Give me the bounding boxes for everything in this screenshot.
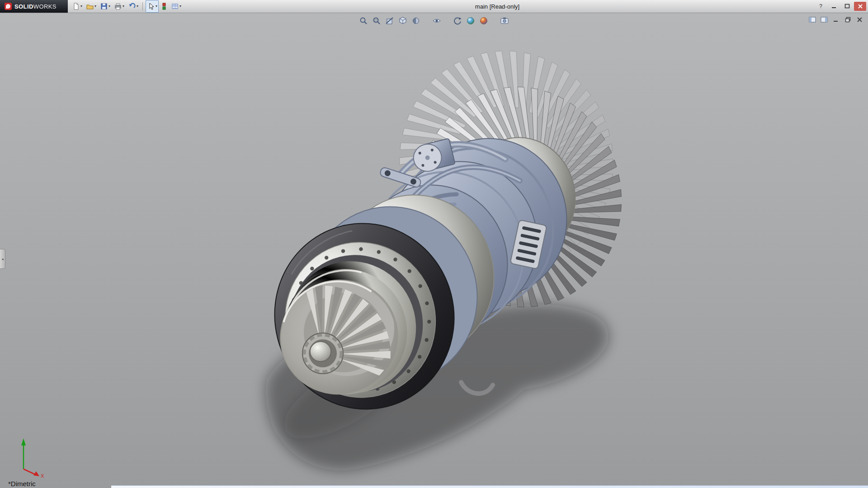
camera-icon: [500, 16, 509, 25]
print-button[interactable]: ▾: [113, 0, 126, 13]
hub-cap: [310, 342, 331, 361]
maximize-icon: [844, 4, 850, 9]
feature-manager-collapse-tab[interactable]: ◄: [0, 249, 5, 269]
doc-minimize-icon: [833, 17, 839, 23]
edit-appearance-button[interactable]: [465, 15, 476, 26]
view-settings-icon: [453, 16, 462, 25]
minimize-icon: [831, 4, 837, 9]
display-style-button[interactable]: [410, 15, 421, 26]
maximize-button[interactable]: [841, 2, 853, 11]
zoom-to-fit-button[interactable]: [358, 15, 369, 26]
sheet-options-button[interactable]: ▾: [170, 0, 183, 13]
dassault-logo-icon: [5, 3, 12, 10]
reference-triad: X: [6, 433, 52, 478]
camera-button[interactable]: [499, 15, 510, 26]
pane-left-button[interactable]: [807, 15, 817, 23]
save-button[interactable]: ▾: [99, 0, 112, 13]
graphics-viewport: ◄ X *Dimetric: [0, 13, 868, 488]
heads-up-view-toolbar: [358, 15, 510, 26]
hide-show-items-button[interactable]: [431, 15, 442, 26]
select-cursor-icon: [147, 2, 155, 10]
open-icon: [86, 2, 94, 10]
apply-scene-button[interactable]: [478, 15, 489, 26]
save-icon: [100, 2, 108, 10]
view-orientation-label: *Dimetric: [8, 480, 36, 488]
zoom-to-area-button[interactable]: [371, 15, 382, 26]
hide-show-items-eye-icon: [432, 16, 441, 25]
undo-icon: [128, 2, 136, 10]
display-pane-icon: [161, 2, 167, 10]
model-canvas[interactable]: [0, 13, 868, 488]
doc-restore-icon: [845, 17, 851, 23]
sheet-options-icon: [171, 2, 179, 10]
select-tool-button[interactable]: ▾: [146, 0, 159, 13]
zoom-to-fit-icon: [359, 16, 368, 25]
help-button[interactable]: ?: [815, 2, 827, 11]
minimize-button[interactable]: [828, 2, 840, 11]
doc-minimize-button[interactable]: [831, 15, 841, 23]
collapse-arrow-icon: ◄: [1, 258, 4, 261]
close-button[interactable]: [854, 2, 866, 11]
toolbar-separator: [142, 2, 143, 10]
doc-close-button[interactable]: [854, 15, 864, 23]
view-orientation-button[interactable]: [397, 15, 408, 26]
standard-toolbar: ▾ ▾ ▾ ▾ ▾ ▾ ▾: [71, 0, 183, 13]
doc-close-icon: [857, 17, 863, 23]
titlebar: SOLIDWORKS ▾ ▾ ▾ ▾ ▾ ▾: [0, 0, 868, 13]
doc-restore-button[interactable]: [843, 15, 853, 23]
view-settings-button[interactable]: [452, 15, 463, 26]
window-controls: ?: [815, 2, 868, 11]
zoom-to-area-icon: [372, 16, 381, 25]
new-document-icon: [72, 2, 80, 10]
pane-right-icon: [821, 17, 828, 23]
status-strip: [111, 485, 868, 488]
pane-right-button[interactable]: [819, 15, 829, 23]
apply-scene-ball-icon: [479, 16, 488, 25]
print-icon: [114, 2, 122, 10]
edit-appearance-ball-icon: [466, 16, 475, 25]
display-style-icon: [411, 16, 420, 25]
close-icon: [858, 4, 863, 9]
x-axis-label: X: [41, 473, 44, 478]
new-document-button[interactable]: ▾: [71, 0, 84, 13]
document-title: main [Read-only]: [176, 3, 818, 10]
document-window-controls: [807, 15, 864, 23]
pane-left-icon: [809, 17, 816, 23]
display-pane-button[interactable]: [160, 0, 169, 13]
open-button[interactable]: ▾: [85, 0, 98, 13]
section-view-button[interactable]: [384, 15, 395, 26]
app-logo: SOLIDWORKS: [0, 0, 68, 13]
view-orientation-cube-icon: [398, 16, 407, 25]
undo-button[interactable]: ▾: [127, 0, 140, 13]
y-axis-arrow: [21, 438, 26, 446]
app-name: SOLIDWORKS: [14, 3, 57, 10]
section-view-icon: [385, 16, 394, 25]
